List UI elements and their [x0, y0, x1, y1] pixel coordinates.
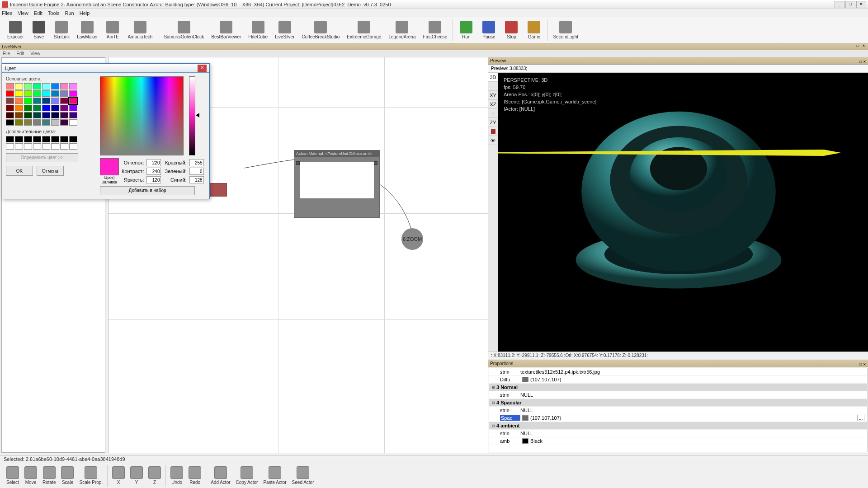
- btool-undo[interactable]: Undo: [168, 464, 186, 488]
- custom-swatch[interactable]: [6, 143, 14, 150]
- basic-swatch[interactable]: [24, 112, 32, 118]
- basic-swatch[interactable]: [60, 119, 68, 126]
- node-input-port[interactable]: [296, 161, 300, 165]
- view-tab-add[interactable]: +: [488, 82, 498, 91]
- tool-pause[interactable]: Pause: [477, 18, 500, 42]
- property-row[interactable]: Diffu(107,107,107): [489, 376, 867, 384]
- color-gradient[interactable]: [100, 76, 184, 155]
- red-input[interactable]: [189, 159, 204, 166]
- property-row[interactable]: strinNULL: [489, 391, 867, 399]
- custom-swatch[interactable]: [42, 143, 50, 150]
- property-row[interactable]: strinNULL: [489, 430, 867, 437]
- basic-swatch[interactable]: [69, 90, 77, 97]
- btool-select[interactable]: Select: [4, 464, 22, 488]
- basic-swatch[interactable]: [24, 105, 32, 111]
- tool-fastcheese[interactable]: FastCheese: [420, 18, 451, 42]
- basic-swatch[interactable]: [69, 83, 77, 89]
- material-node[interactable]: Action.Material: <TextureUnit.Diffuse.xm…: [294, 150, 380, 218]
- tool-game[interactable]: Game: [523, 18, 545, 42]
- custom-swatch[interactable]: [6, 136, 14, 142]
- tool-stop[interactable]: Stop: [500, 18, 523, 42]
- tool-flitecube[interactable]: FliteCube: [245, 18, 271, 42]
- view-tab-3d[interactable]: 3D: [488, 73, 498, 82]
- preview-close-button[interactable]: ✕: [863, 60, 866, 64]
- basic-swatch[interactable]: [6, 112, 14, 118]
- tool-extreemegarage[interactable]: ExtreemeGarage: [343, 18, 385, 42]
- basic-swatch[interactable]: [60, 112, 68, 118]
- partially-hidden-node[interactable]: [209, 183, 227, 197]
- preview-maximize-button[interactable]: □: [859, 60, 862, 64]
- basic-swatch[interactable]: [60, 98, 68, 104]
- submenu-view[interactable]: View: [30, 51, 40, 56]
- blue-input[interactable]: [189, 176, 204, 183]
- basic-swatch[interactable]: [42, 98, 50, 104]
- basic-swatch[interactable]: [15, 105, 23, 111]
- basic-swatch[interactable]: [24, 83, 32, 89]
- property-row[interactable]: strinNULL: [489, 407, 867, 414]
- view-tab-home[interactable]: ⌂: [488, 109, 498, 118]
- basic-swatch[interactable]: [6, 119, 14, 126]
- tool-skrilink[interactable]: SkriLink: [50, 18, 74, 42]
- tool-legendarena[interactable]: LegendArena: [385, 18, 419, 42]
- tool-exposer[interactable]: Exposer: [4, 18, 28, 42]
- custom-swatch[interactable]: [33, 143, 41, 150]
- basic-swatch[interactable]: [33, 98, 41, 104]
- view-tab-xy[interactable]: XY: [488, 91, 498, 100]
- basic-swatch[interactable]: [6, 83, 14, 89]
- basic-swatch[interactable]: [15, 112, 23, 118]
- btool-y[interactable]: Y: [127, 464, 146, 488]
- menu-tools[interactable]: Tools: [48, 10, 60, 16]
- tool-ampulatech[interactable]: AmpulaTech: [124, 18, 156, 42]
- basic-swatch[interactable]: [6, 105, 14, 111]
- custom-swatch[interactable]: [69, 143, 77, 150]
- proportions-close-button[interactable]: ✕: [863, 362, 866, 366]
- view-tab-zy[interactable]: ZY: [488, 118, 498, 127]
- view-tab-eye[interactable]: 👁: [488, 136, 498, 145]
- property-row[interactable]: Spac(107,107,107)...: [489, 414, 867, 422]
- green-input[interactable]: [189, 168, 204, 175]
- btool-move[interactable]: Move: [22, 464, 40, 488]
- tool-samuraigolenclock[interactable]: SamuraiGolenClock: [160, 18, 208, 42]
- submenu-edit[interactable]: Edit: [16, 51, 24, 56]
- basic-swatch[interactable]: [69, 119, 77, 126]
- hue-input[interactable]: [146, 159, 161, 166]
- basic-swatch[interactable]: [69, 112, 77, 118]
- basic-swatch[interactable]: [15, 90, 23, 97]
- basic-swatch[interactable]: [42, 83, 50, 89]
- tool-anite[interactable]: AniTE: [101, 18, 124, 42]
- tool-livesilver[interactable]: LiveSilver: [271, 18, 298, 42]
- basic-swatch[interactable]: [60, 90, 68, 97]
- basic-swatch[interactable]: [51, 105, 59, 111]
- minimize-button[interactable]: _: [835, 1, 844, 8]
- basic-swatch[interactable]: [51, 119, 59, 126]
- basic-swatch[interactable]: [69, 98, 77, 104]
- basic-swatch[interactable]: [33, 112, 41, 118]
- tool-lawmaker[interactable]: LawMaker: [73, 18, 101, 42]
- basic-swatch[interactable]: [6, 90, 14, 97]
- btool-scale-prop-[interactable]: Scale Prop.: [76, 464, 105, 488]
- add-to-custom-button[interactable]: Добавить в набор: [100, 186, 195, 195]
- basic-swatch[interactable]: [69, 105, 77, 111]
- btool-scale[interactable]: Scale: [58, 464, 76, 488]
- basic-swatch[interactable]: [24, 90, 32, 97]
- basic-swatch[interactable]: [42, 105, 50, 111]
- basic-swatch[interactable]: [60, 105, 68, 111]
- property-list[interactable]: strintexturetiles512x512.p4.ipk.txtr56.j…: [489, 368, 868, 452]
- basic-swatch[interactable]: [33, 90, 41, 97]
- property-row[interactable]: ⊟3 Normal: [489, 384, 867, 391]
- proportions-maximize-button[interactable]: □: [859, 362, 862, 366]
- maximize-button[interactable]: □: [845, 1, 855, 8]
- property-row[interactable]: ambBlack: [489, 437, 867, 445]
- btool-seed-actor[interactable]: Seed Actor: [289, 464, 317, 488]
- 3d-viewport[interactable]: PERSPECTIVE: 3D fps: 59.70 Arena Pos.: x…: [498, 73, 868, 352]
- color-dialog-close[interactable]: ✕: [198, 65, 207, 72]
- tool-bestbarviewer[interactable]: BestBarViewer: [208, 18, 245, 42]
- sub-close-button[interactable]: ✕: [861, 44, 866, 49]
- custom-swatch[interactable]: [69, 136, 77, 142]
- basic-swatch[interactable]: [51, 83, 59, 89]
- close-button[interactable]: ✕: [856, 1, 866, 8]
- sub-maximize-button[interactable]: □: [855, 44, 860, 49]
- btool-x[interactable]: X: [109, 464, 127, 488]
- custom-swatch[interactable]: [51, 136, 59, 142]
- sat-input[interactable]: [146, 168, 161, 175]
